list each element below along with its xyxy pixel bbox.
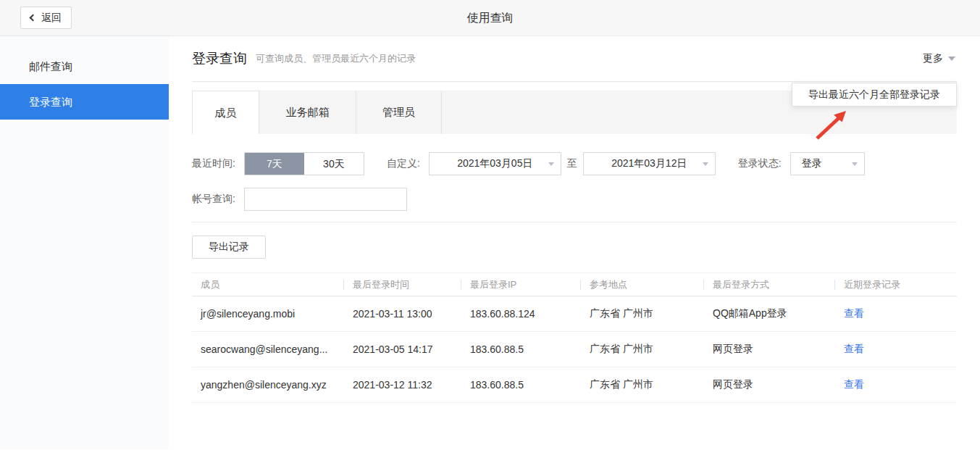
to-label: 至 bbox=[567, 157, 577, 170]
table-row: yangzhen@silenceyang.xyz 2021-03-12 11:3… bbox=[192, 367, 957, 403]
sidebar: 邮件查询 登录查询 bbox=[0, 36, 169, 449]
login-method: QQ邮箱App登录 bbox=[704, 296, 835, 332]
tab-admins[interactable]: 管理员 bbox=[356, 91, 442, 134]
export-records-button[interactable]: 导出记录 bbox=[192, 236, 266, 259]
custom-range-label: 自定义: bbox=[387, 157, 420, 170]
header-login-method: 最后登录方式 bbox=[704, 273, 835, 296]
member-email: jr@silenceyang.mobi bbox=[192, 296, 344, 332]
header-recent-records: 近期登录记录 bbox=[835, 273, 957, 296]
section-title: 登录查询 bbox=[192, 49, 247, 68]
location: 广东省 广州市 bbox=[581, 332, 704, 367]
section-header: 登录查询 可查询成员、管理员最近六个月的记录 更多 bbox=[192, 36, 957, 82]
header-last-login-time: 最后登录时间 bbox=[344, 273, 461, 296]
last-login-ip: 183.60.88.5 bbox=[461, 332, 581, 367]
chevron-down-icon bbox=[703, 162, 708, 166]
table-row: searocwang@silenceyang... 2021-03-05 14:… bbox=[192, 332, 957, 367]
date-from-select[interactable]: 2021年03月05日 bbox=[429, 152, 561, 175]
more-label: 更多 bbox=[923, 52, 943, 65]
chevron-down-icon bbox=[548, 162, 554, 166]
sidebar-item-mail-query[interactable]: 邮件查询 bbox=[0, 49, 169, 84]
sidebar-item-login-query[interactable]: 登录查询 bbox=[0, 84, 169, 120]
header-last-login-ip: 最后登录IP bbox=[461, 273, 581, 296]
account-query-input[interactable] bbox=[244, 188, 407, 211]
chevron-down-icon bbox=[948, 57, 955, 61]
account-query-label: 帐号查询: bbox=[192, 193, 235, 206]
last-login-time: 2021-03-11 13:00 bbox=[344, 296, 461, 332]
login-status-select[interactable]: 登录 bbox=[790, 152, 865, 175]
filters-divider bbox=[192, 222, 957, 222]
login-status-value: 登录 bbox=[802, 157, 822, 170]
member-email: yangzhen@silenceyang.xyz bbox=[192, 367, 344, 403]
view-recent-records-link[interactable]: 查看 bbox=[844, 378, 864, 390]
recent-time-label: 最近时间: bbox=[192, 157, 235, 170]
view-recent-records-link[interactable]: 查看 bbox=[844, 307, 864, 319]
login-method: 网页登录 bbox=[704, 332, 835, 367]
page-title: 使用查询 bbox=[0, 0, 980, 36]
range-30-days-button[interactable]: 30天 bbox=[304, 153, 364, 175]
filter-row-time: 最近时间: 7天 30天 自定义: 2021年03月05日 至 2021年03月… bbox=[192, 152, 957, 175]
last-login-time: 2021-03-05 14:17 bbox=[344, 332, 461, 367]
date-to-select[interactable]: 2021年03月12日 bbox=[583, 152, 716, 175]
header-member: 成员 bbox=[192, 273, 344, 296]
export-six-months-menu-item[interactable]: 导出最近六个月全部登录记录 bbox=[792, 83, 956, 106]
location: 广东省 广州市 bbox=[581, 296, 704, 332]
table-row: jr@silenceyang.mobi 2021-03-11 13:00 183… bbox=[192, 296, 957, 332]
tab-members[interactable]: 成员 bbox=[192, 91, 259, 134]
date-to-value: 2021年03月12日 bbox=[611, 157, 687, 170]
login-status-label: 登录状态: bbox=[738, 157, 782, 170]
header-location: 参考地点 bbox=[581, 273, 704, 296]
login-method: 网页登录 bbox=[704, 367, 835, 403]
login-records-table: 成员 最后登录时间 最后登录IP 参考地点 最后登录方式 近期登录记录 jr@s… bbox=[192, 272, 957, 403]
main-panel: 登录查询 可查询成员、管理员最近六个月的记录 更多 导出最近六个月全部登录记录 … bbox=[169, 36, 980, 449]
member-email: searocwang@silenceyang... bbox=[192, 332, 344, 367]
last-login-ip: 183.60.88.5 bbox=[461, 367, 581, 403]
range-7-days-button[interactable]: 7天 bbox=[245, 153, 304, 175]
tab-business-mailbox[interactable]: 业务邮箱 bbox=[259, 91, 356, 134]
more-dropdown-menu: 导出最近六个月全部登录记录 bbox=[792, 83, 957, 107]
more-dropdown-trigger[interactable]: 更多 bbox=[923, 52, 957, 65]
location: 广东省 广州市 bbox=[581, 367, 704, 403]
annotation-arrow-icon bbox=[810, 105, 853, 143]
time-range-segmented-control: 7天 30天 bbox=[244, 152, 364, 175]
chevron-down-icon bbox=[852, 162, 858, 166]
view-recent-records-link[interactable]: 查看 bbox=[844, 343, 864, 354]
date-from-value: 2021年03月05日 bbox=[457, 157, 532, 170]
last-login-ip: 183.60.88.124 bbox=[461, 296, 581, 332]
last-login-time: 2021-03-12 11:32 bbox=[344, 367, 461, 403]
section-subtitle: 可查询成员、管理员最近六个月的记录 bbox=[256, 52, 416, 65]
filter-row-account: 帐号查询: bbox=[192, 188, 957, 211]
topbar: 返回 使用查询 bbox=[0, 0, 980, 36]
table-header-row: 成员 最后登录时间 最后登录IP 参考地点 最后登录方式 近期登录记录 bbox=[192, 273, 957, 296]
